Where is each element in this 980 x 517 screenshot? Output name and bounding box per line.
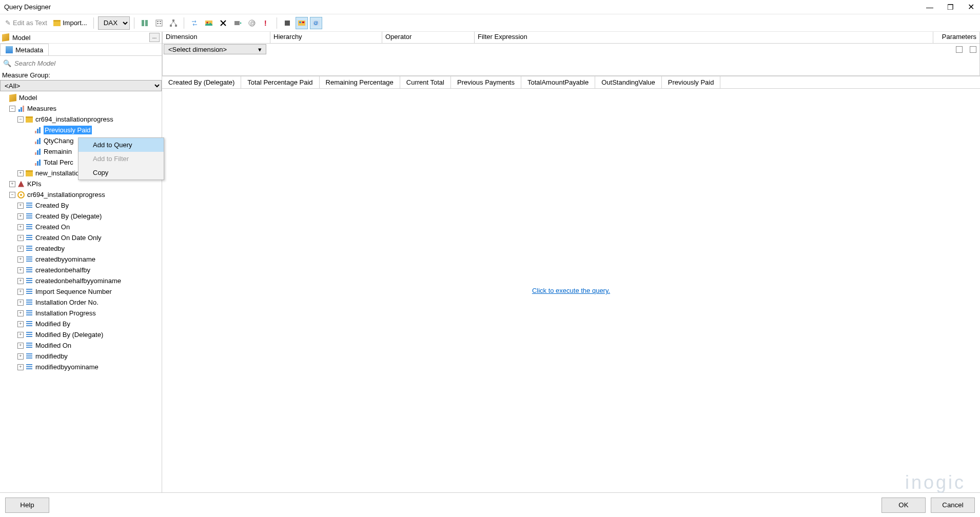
tree-attribute[interactable]: +Created On (0, 222, 162, 232)
expand-icon[interactable]: + (17, 343, 24, 349)
tree-attribute[interactable]: +createdonbehalfbyyominame (0, 275, 162, 286)
expand-icon[interactable]: + (17, 224, 24, 230)
expand-icon[interactable]: + (17, 235, 24, 241)
svg-rect-6 (160, 23, 161, 24)
cancel-button[interactable]: Cancel (931, 498, 975, 513)
toolbar-icon-design[interactable] (296, 17, 308, 29)
query-column[interactable]: Previous Payments (451, 76, 521, 88)
tab-metadata[interactable]: Metadata (0, 44, 49, 55)
toolbar-icon-warning[interactable]: ! (260, 17, 272, 29)
toolbar-icon-image[interactable] (203, 17, 215, 29)
filter-col-hierarchy[interactable]: Hierarchy (270, 32, 382, 43)
collapse-icon[interactable]: − (9, 106, 15, 112)
expand-icon[interactable]: + (17, 203, 24, 209)
filter-col-dimension[interactable]: Dimension (163, 32, 270, 43)
execute-query-link[interactable]: Click to execute the query. (532, 287, 610, 294)
svg-rect-7 (172, 19, 174, 22)
tree-attribute[interactable]: +modifiedby (0, 351, 162, 362)
toolbar-icon-stop[interactable] (281, 17, 293, 29)
title-bar: Query Designer — ❐ ✕ (0, 0, 980, 14)
collapse-icon[interactable]: − (9, 192, 15, 198)
attribute-icon (26, 321, 32, 327)
tree-cr694-dimension[interactable]: − cr694_installationprogress (0, 189, 162, 200)
tree-attribute[interactable]: +Created By (Delegate) (0, 211, 162, 222)
expand-icon[interactable]: + (17, 246, 24, 252)
pencil-icon: ✎ (5, 19, 11, 27)
ok-button[interactable]: OK (881, 498, 926, 513)
tree-attribute[interactable]: +createdbyyominame (0, 254, 162, 265)
measure-group-select[interactable]: <All> (0, 80, 162, 91)
query-column[interactable]: Total Percentage Paid (241, 76, 319, 88)
chevron-down-icon: ▾ (258, 46, 262, 53)
separator (134, 17, 134, 29)
tree-root-model[interactable]: Model (0, 92, 162, 103)
expand-icon[interactable]: + (17, 278, 24, 284)
search-icon: 🔍 (3, 59, 11, 67)
tree-attribute[interactable]: +createdby (0, 243, 162, 254)
expand-icon[interactable]: + (17, 170, 24, 176)
maximize-button[interactable]: ❐ (945, 3, 955, 11)
tree-attribute[interactable]: +Created On Date Only (0, 232, 162, 243)
filter-col-parameters[interactable]: Parameters (933, 32, 979, 43)
expand-icon[interactable]: + (17, 213, 24, 220)
toolbar-icon-1[interactable] (139, 17, 151, 29)
edit-as-text-button[interactable]: ✎ Edit as Text (3, 18, 49, 28)
toolbar-icon-at[interactable]: @ (246, 17, 258, 29)
minimize-button[interactable]: — (925, 3, 935, 11)
tree-attribute[interactable]: +Installation Order No. (0, 297, 162, 308)
tree-previously-paid[interactable]: Previously Paid (0, 125, 162, 135)
watermark: inogic (905, 472, 966, 493)
tree-attribute[interactable]: +Created By (0, 200, 162, 211)
context-copy[interactable]: Copy (79, 166, 164, 180)
toolbar-icon-at2[interactable]: @ (310, 17, 322, 29)
tree-attribute[interactable]: +modifiedbyyominame (0, 362, 162, 372)
filter-col-operator[interactable]: Operator (382, 32, 475, 43)
svg-line-11 (173, 22, 176, 25)
toolbar-icon-swap[interactable] (188, 17, 201, 29)
query-column[interactable]: TotalAmountPayable (521, 76, 595, 88)
context-add-to-query[interactable]: Add to Query (79, 138, 164, 152)
expand-icon[interactable]: + (17, 300, 24, 306)
query-column[interactable]: Remaining Percentage (320, 76, 400, 88)
toolbar-icon-calc[interactable] (153, 17, 165, 29)
import-button[interactable]: Import... (51, 18, 89, 28)
expand-icon[interactable]: + (17, 310, 24, 316)
tree-attribute[interactable]: +createdonbehalfby (0, 265, 162, 275)
help-button[interactable]: Help (5, 498, 49, 513)
tree-attribute[interactable]: +Modified On (0, 340, 162, 351)
tree-attribute[interactable]: +Import Sequence Number (0, 286, 162, 297)
query-column[interactable]: OutStandingValue (595, 76, 662, 88)
expand-icon[interactable]: + (17, 289, 24, 295)
expand-icon[interactable]: + (17, 321, 24, 327)
select-dimension-dropdown[interactable]: <Select dimension> ▾ (164, 44, 266, 54)
tree-measures[interactable]: − Measures (0, 103, 162, 114)
query-column[interactable]: Current Total (400, 76, 451, 88)
parameter-checkbox-1[interactable] (956, 46, 963, 53)
expand-icon[interactable]: + (17, 332, 24, 338)
tree-attribute[interactable]: +Modified By (0, 319, 162, 329)
mode-select[interactable]: DAX (98, 16, 130, 30)
expand-icon[interactable]: + (9, 181, 15, 187)
expand-icon[interactable]: + (17, 353, 24, 360)
expand-icon[interactable]: + (17, 267, 24, 273)
toolbar-icon-delete[interactable] (217, 17, 229, 29)
tree-kpis[interactable]: + KPIs (0, 178, 162, 189)
filter-col-expression[interactable]: Filter Expression (475, 32, 933, 43)
query-column[interactable]: Created By (Delegate) (162, 76, 241, 88)
tree-attribute[interactable]: +Modified By (Delegate) (0, 329, 162, 340)
close-button[interactable]: ✕ (966, 2, 976, 12)
attribute-icon (26, 267, 32, 273)
toolbar-icon-run[interactable] (231, 17, 244, 29)
toolbar-icon-3[interactable] (167, 17, 180, 29)
collapse-icon[interactable]: − (17, 116, 24, 123)
search-input[interactable] (14, 59, 159, 67)
tree-attribute[interactable]: +Installation Progress (0, 308, 162, 319)
model-browse-button[interactable]: ... (149, 33, 160, 42)
separator (277, 17, 277, 29)
expand-icon[interactable]: + (17, 256, 24, 263)
query-column[interactable]: Previously Paid (662, 76, 721, 88)
tree-cr694-folder[interactable]: − cr694_installationprogress (0, 114, 162, 125)
expand-icon[interactable]: + (17, 364, 24, 370)
measure-group-label: Measure Group: (0, 70, 162, 80)
parameter-checkbox-2[interactable] (970, 46, 976, 53)
